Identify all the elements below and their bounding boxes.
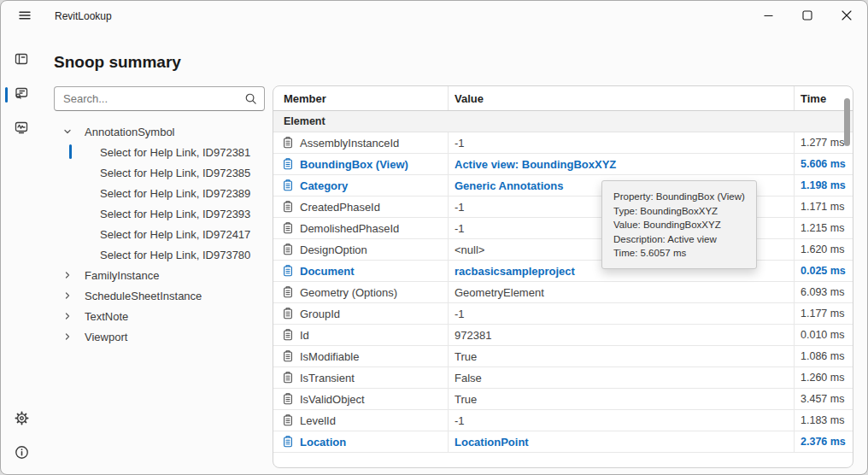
tree-item[interactable]: Select for Help Link, ID972417: [54, 224, 267, 244]
clipboard-icon: [282, 308, 294, 320]
window-controls: [748, 2, 866, 32]
table-row[interactable]: AssemblyInstanceId-11.277 ms: [273, 132, 853, 154]
value-cell: -1: [449, 410, 795, 431]
tree-item[interactable]: AnnotationSymbol: [54, 121, 267, 142]
chevron-right-icon[interactable]: [61, 331, 74, 342]
search-input[interactable]: [54, 86, 265, 111]
member-cell: BoundingBox (View): [273, 154, 449, 174]
table-row[interactable]: Id9723810.010 ms: [273, 325, 853, 346]
tree-item-label: FamilyInstance: [85, 269, 159, 282]
table-row[interactable]: Geometry (Options)GeometryElement6.093 m…: [273, 282, 853, 303]
nav-item-dashboard[interactable]: [1, 44, 42, 78]
minimize-icon: [764, 10, 773, 23]
tree-item[interactable]: Select for Help Link, ID972389: [54, 183, 267, 203]
clipboard-icon: [282, 137, 294, 149]
member-cell: DemolishedPhaseId: [273, 218, 449, 238]
table-row[interactable]: DesignOption<null>1.620 ms: [273, 239, 853, 261]
member-cell: Category: [273, 175, 449, 196]
value-cell: LocationPoint: [449, 431, 795, 452]
clipboard-icon: [282, 286, 294, 298]
member-name: AssemblyInstanceId: [300, 137, 399, 150]
table-body: AssemblyInstanceId-11.277 msBoundingBox …: [273, 132, 853, 453]
table-group-header[interactable]: Element: [273, 111, 853, 132]
nav-item-snoop[interactable]: [1, 78, 42, 112]
table-row[interactable]: BoundingBox (View)Active view: BoundingB…: [273, 154, 853, 175]
maximize-icon: [802, 10, 812, 23]
member-cell: DesignOption: [273, 239, 449, 260]
clipboard-icon: [282, 158, 294, 170]
tree-item[interactable]: Select for Help Link, ID972385: [54, 162, 267, 183]
search-box: [54, 86, 265, 111]
member-cell: Id: [273, 325, 449, 345]
tree-item-label: AnnotationSymbol: [85, 126, 175, 138]
tree-item[interactable]: Select for Help Link, ID972393: [54, 203, 267, 224]
clipboard-icon: [282, 393, 294, 405]
member-cell: LevelId: [273, 410, 449, 431]
tree-item[interactable]: Select for Help Link, ID973780: [54, 244, 267, 265]
hamburger-menu-button[interactable]: [12, 5, 38, 27]
clipboard-icon: [282, 179, 294, 191]
member-name: CreatedPhaseId: [300, 201, 380, 214]
tree-item[interactable]: Select for Help Link, ID972381: [54, 142, 267, 162]
nav-item-events[interactable]: [1, 112, 42, 146]
tree-item[interactable]: ScheduleSheetInstance: [54, 285, 267, 306]
table-row[interactable]: IsModifiableTrue1.086 ms: [273, 346, 853, 367]
table-row[interactable]: LocationLocationPoint2.376 ms: [273, 431, 853, 453]
tree-item[interactable]: Viewport: [54, 326, 267, 347]
column-header-member[interactable]: Member: [273, 86, 449, 110]
table-row[interactable]: CreatedPhaseId-11.171 ms: [273, 196, 853, 218]
tree-item[interactable]: TextNote: [54, 306, 267, 326]
vertical-scrollbar[interactable]: [844, 98, 850, 460]
maximize-button[interactable]: [788, 2, 827, 32]
nav-item-settings[interactable]: [1, 402, 42, 437]
minimize-button[interactable]: [748, 2, 788, 32]
clipboard-icon: [282, 372, 294, 384]
member-cell: AssemblyInstanceId: [273, 132, 449, 153]
value-cell: False: [449, 367, 795, 388]
member-cell: CreatedPhaseId: [273, 196, 449, 217]
table-row[interactable]: IsValidObjectTrue3.457 ms: [273, 389, 853, 410]
member-cell: Document: [273, 261, 449, 281]
scrollbar-thumb[interactable]: [844, 98, 850, 146]
tree-selection-indicator: [69, 144, 72, 159]
table-row[interactable]: Documentracbasicsampleproject0.025 ms: [273, 261, 853, 282]
column-header-value[interactable]: Value: [449, 86, 795, 110]
tree-item-label: Select for Help Link, ID972393: [100, 208, 250, 220]
chevron-right-icon[interactable]: [61, 270, 74, 280]
clipboard-icon: [282, 329, 294, 341]
nav-rail-bottom: [1, 402, 42, 471]
table-row[interactable]: IsTransientFalse1.260 ms: [273, 367, 853, 389]
table-row[interactable]: CategoryGeneric Annotations1.198 ms: [273, 175, 853, 196]
member-name: Document: [300, 265, 355, 278]
dashboard-icon: [14, 51, 29, 70]
member-cell: IsValidObject: [273, 389, 449, 409]
info-icon: [15, 445, 29, 463]
search-icon: [244, 92, 257, 105]
value-cell: GeometryElement: [449, 282, 795, 302]
close-button[interactable]: [827, 2, 866, 32]
chevron-down-icon[interactable]: [61, 126, 74, 137]
clipboard-icon: [282, 265, 294, 277]
nav-rail-top: [1, 44, 42, 146]
nav-rail: [1, 32, 42, 474]
chevron-right-icon[interactable]: [61, 290, 74, 301]
tooltip: Property: BoundingBox (View)Type: Boundi…: [601, 180, 757, 269]
value-cell: -1: [449, 132, 795, 153]
value-cell: -1: [449, 303, 795, 324]
table-row[interactable]: GroupId-11.177 ms: [273, 303, 853, 325]
table-row[interactable]: LevelId-11.183 ms: [273, 410, 853, 431]
clipboard-icon: [282, 414, 294, 426]
nav-item-about[interactable]: [1, 437, 42, 471]
table-row[interactable]: DemolishedPhaseId-11.215 ms: [273, 218, 853, 239]
events-monitor-icon: [14, 120, 29, 138]
member-cell: IsModifiable: [273, 346, 449, 367]
tooltip-line: Value: BoundingBoxXYZ: [613, 218, 745, 232]
summary-table: Member Value Time Element AssemblyInstan…: [273, 85, 853, 468]
member-cell: IsTransient: [273, 367, 449, 388]
tree-item-label: Viewport: [85, 331, 127, 343]
member-cell: Location: [273, 431, 449, 452]
member-name: GroupId: [300, 308, 340, 320]
tree-item[interactable]: FamilyInstance: [54, 265, 267, 285]
chevron-right-icon[interactable]: [61, 311, 74, 321]
member-name: IsModifiable: [300, 350, 359, 363]
